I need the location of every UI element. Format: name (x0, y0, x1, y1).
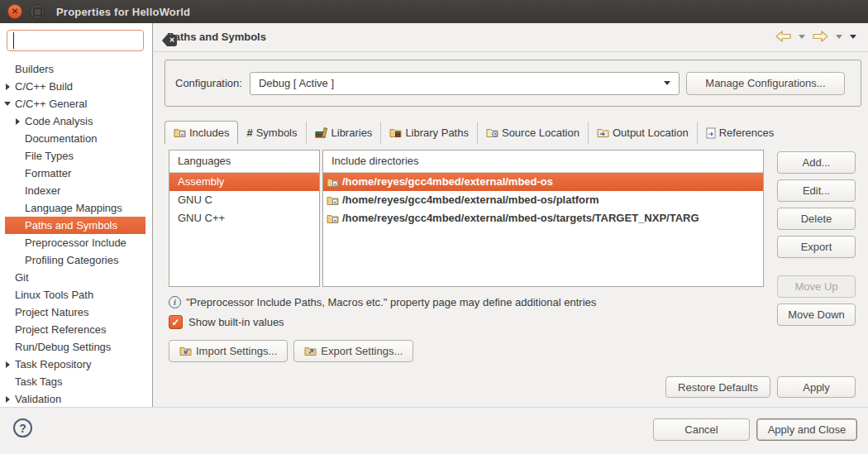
show-builtin-checkbox[interactable]: ✓ Show built-in values (169, 315, 284, 329)
sidebar-item-paths-and-symbols[interactable]: Paths and Symbols (5, 217, 145, 234)
forward-icon[interactable] (813, 31, 828, 42)
sidebar-item-indexer[interactable]: Indexer (5, 182, 145, 199)
include-row[interactable]: /home/reyes/gcc4mbed/external/mbed-os/pl… (323, 191, 763, 209)
entry-actions: Add... Edit... Delete Export Move Up Mov… (777, 151, 856, 332)
include-row[interactable]: /home/reyes/gcc4mbed/external/mbed-os (323, 173, 763, 191)
language-row-gnu-c[interactable]: GNU C (169, 191, 319, 209)
languages-table: Languages Assembly GNU C GNU C++ (169, 150, 320, 287)
clear-search-icon[interactable]: ✕ (162, 35, 177, 46)
sidebar-item-run-debug-settings[interactable]: Run/Debug Settings (5, 338, 145, 356)
dialog-footer: ? Cancel Apply and Close (0, 407, 868, 454)
settings-buttons: Import Settings... Export Settings... (169, 340, 413, 362)
panel-footer-buttons: Restore Defaults Apply (665, 376, 856, 398)
back-history-dropdown-icon[interactable] (799, 35, 805, 39)
filter-field: ✕ (7, 30, 144, 51)
checkmark-icon[interactable]: ✓ (169, 315, 183, 329)
source-location-icon (486, 127, 498, 138)
import-icon (179, 346, 192, 356)
checkbox-label: Show built-in values (188, 316, 284, 328)
sidebar-item-builders[interactable]: Builders (5, 60, 145, 78)
tab-includes[interactable]: Includes (165, 121, 238, 144)
forward-history-dropdown-icon[interactable] (836, 35, 842, 39)
help-icon[interactable]: ? (13, 418, 32, 437)
tab-references[interactable]: References (697, 122, 782, 144)
configuration-label: Configuration: (175, 77, 242, 89)
expand-arrow-icon[interactable] (6, 84, 10, 90)
sidebar-item-task-tags[interactable]: Task Tags (5, 373, 145, 390)
properties-tree: Resource Builders C/C++ Build C/C++ Gene… (0, 43, 152, 407)
languages-header: Languages (169, 151, 319, 173)
configuration-select[interactable]: Debug [ Active ] (250, 72, 680, 95)
delete-button[interactable]: Delete (777, 208, 856, 230)
info-text: "Preprocessor Include Paths, Macros etc.… (186, 296, 596, 308)
library-paths-icon (389, 127, 402, 138)
import-settings-button[interactable]: Import Settings... (169, 340, 288, 362)
add-button[interactable]: Add... (777, 151, 856, 174)
close-icon[interactable]: ✕ (7, 4, 22, 19)
tab-output-location[interactable]: Output Location (588, 122, 697, 144)
tab-symbols[interactable]: # Symbols (238, 122, 305, 144)
export-icon (304, 346, 317, 356)
move-up-button[interactable]: Move Up (777, 275, 856, 298)
sidebar-item-language-mappings[interactable]: Language Mappings (5, 199, 145, 217)
tab-libraries[interactable]: Libraries (306, 122, 381, 144)
sidebar-item-validation[interactable]: Validation (5, 390, 145, 407)
sidebar-item-documentation[interactable]: Documentation (5, 130, 145, 147)
language-row-gnu-cpp[interactable]: GNU C++ (169, 209, 319, 227)
include-folder-icon (327, 177, 339, 188)
export-button[interactable]: Export (777, 236, 856, 258)
include-directories-table: Include directories /home/reyes/gcc4mbed… (322, 150, 764, 287)
include-row[interactable]: /home/reyes/gcc4mbed/external/mbed-os/ta… (323, 209, 763, 227)
page-title: Paths and Symbols (167, 31, 266, 43)
info-icon: i (169, 296, 181, 308)
view-menu-icon[interactable] (850, 35, 856, 39)
references-icon (706, 127, 716, 139)
libraries-icon (315, 127, 328, 138)
sidebar-item-project-natures[interactable]: Project Natures (5, 303, 145, 321)
hash-icon: # (246, 127, 252, 139)
restore-defaults-button[interactable]: Restore Defaults (665, 376, 770, 398)
sidebar-item-linux-tools-path[interactable]: Linux Tools Path (5, 286, 145, 303)
configuration-group: Configuration: Debug [ Active ] Manage C… (165, 60, 861, 107)
sidebar-item-preprocessor-include[interactable]: Preprocessor Include (5, 234, 145, 251)
include-directories-header: Include directories (323, 151, 763, 173)
apply-and-close-button[interactable]: Apply and Close (756, 418, 857, 441)
sidebar-item-project-references[interactable]: Project References (5, 321, 145, 338)
sidebar-item-code-analysis[interactable]: Code Analysis (5, 112, 145, 130)
back-icon[interactable] (775, 31, 791, 42)
expand-arrow-icon[interactable] (16, 118, 20, 125)
expand-arrow-icon[interactable] (6, 361, 10, 368)
export-settings-button[interactable]: Export Settings... (293, 340, 413, 362)
include-folder-icon (327, 213, 339, 224)
sidebar-item-profiling-categories[interactable]: Profiling Categories (5, 251, 145, 269)
edit-button[interactable]: Edit... (777, 179, 856, 202)
language-row-assembly[interactable]: Assembly (169, 173, 319, 191)
restore-window-icon[interactable] (30, 4, 45, 19)
panel-header: Paths and Symbols (154, 23, 868, 52)
apply-button[interactable]: Apply (777, 376, 856, 398)
output-location-icon (597, 127, 609, 138)
paths-symbols-panel: Paths and Symbols Configuration: Debug [… (154, 23, 868, 407)
sidebar-item-formatter[interactable]: Formatter (5, 165, 145, 182)
filter-area: ✕ (0, 23, 152, 56)
sidebar-item-cpp-general[interactable]: C/C++ General (5, 95, 145, 112)
move-down-button[interactable]: Move Down (777, 303, 856, 326)
titlebar: ✕ Properties for HelloWorld (0, 0, 868, 23)
sidebar-item-file-types[interactable]: File Types (5, 147, 145, 165)
sidebar-item-cpp-build[interactable]: C/C++ Build (5, 78, 145, 95)
tab-bar: Includes # Symbols Libraries Library Pat… (165, 121, 782, 144)
sidebar-item-git[interactable]: Git (5, 269, 145, 286)
expand-arrow-icon[interactable] (6, 396, 10, 403)
properties-sidebar: ✕ Resource Builders C/C++ Build C/C++ Ge… (0, 23, 153, 407)
info-row: i "Preprocessor Include Paths, Macros et… (169, 296, 596, 308)
manage-configurations-button[interactable]: Manage Configurations... (686, 72, 845, 95)
tab-source-location[interactable]: Source Location (477, 122, 588, 144)
tab-library-paths[interactable]: Library Paths (380, 122, 477, 144)
window-title: Properties for HelloWorld (56, 6, 190, 18)
sidebar-item-task-repository[interactable]: Task Repository (5, 356, 145, 373)
cancel-button[interactable]: Cancel (653, 418, 750, 441)
configuration-value: Debug [ Active ] (259, 77, 664, 89)
search-input[interactable] (13, 32, 162, 49)
collapse-arrow-icon[interactable] (4, 102, 11, 106)
include-folder-icon (327, 195, 339, 206)
